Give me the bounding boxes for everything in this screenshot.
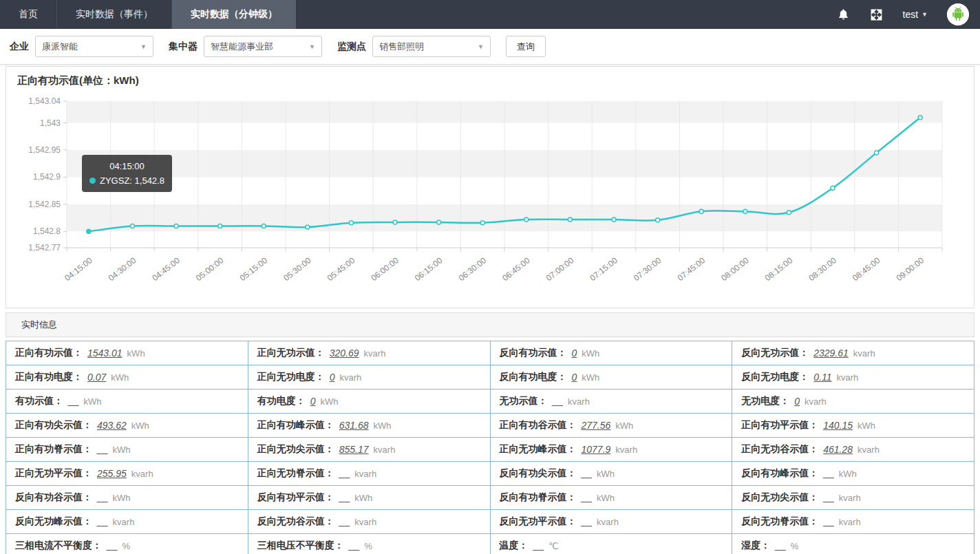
- cell-label: 反向有功平示值：: [257, 491, 334, 504]
- company-label: 企业: [10, 41, 29, 53]
- cell-value: 855.17: [339, 444, 369, 455]
- nav-tabs: 首页实时数据（事件）实时数据（分钟级）: [0, 0, 296, 29]
- chevron-down-icon: ▼: [922, 11, 928, 18]
- cell-value: __: [775, 540, 786, 551]
- table-cell: 正向有功平示值：140.15kWh: [732, 414, 974, 438]
- table-cell: 有功示值：__kWh: [6, 390, 248, 414]
- avatar[interactable]: [947, 3, 969, 25]
- svg-text:06:45:00: 06:45:00: [500, 255, 532, 283]
- table-cell: 三相电压不平衡度：__%: [248, 534, 491, 554]
- cell-label: 反向有功脊示值：: [500, 491, 577, 504]
- cell-value: __: [349, 540, 360, 551]
- table-cell: 正向有功脊示值：__kWh: [6, 438, 248, 462]
- realtime-table: 正向有功示值：1543.01kWh正向无功示值：320.69kvarh反向有功示…: [6, 341, 974, 554]
- cell-unit: kvarh: [340, 372, 362, 383]
- concentrator-select[interactable]: 智慧能源事业部 ▼: [204, 36, 322, 57]
- navbar-right: test ▼: [837, 0, 980, 29]
- cell-value: 0.07: [87, 372, 106, 383]
- table-cell: 反向有功电度：0kWh: [491, 365, 733, 390]
- table-cell: 反向无功脊示值：__kvarh: [732, 510, 974, 534]
- concentrator-select-value: 智慧能源事业部: [211, 41, 273, 53]
- cell-label: 正向无功谷示值：: [741, 443, 818, 456]
- cell-value: __: [582, 492, 593, 503]
- cell-unit: kvarh: [374, 445, 396, 455]
- cell-unit: kWh: [131, 420, 149, 431]
- table-cell: 无功示值：__kvarh: [491, 390, 733, 414]
- table-cell: 反向无功谷示值：__kvarh: [248, 510, 491, 534]
- nav-tab-2[interactable]: 实时数据（分钟级）: [171, 0, 296, 29]
- line-chart[interactable]: 1,542.771,542.81,542.851,542.91,542.951,…: [6, 89, 974, 295]
- cell-unit: kvarh: [597, 517, 619, 527]
- cell-label: 正向有功示值：: [15, 347, 83, 359]
- user-menu[interactable]: test ▼: [903, 9, 928, 20]
- table-cell: 正向有功谷示值：277.56kWh: [491, 414, 733, 438]
- cell-unit: kvarh: [839, 517, 861, 527]
- fullscreen-icon[interactable]: [870, 8, 884, 21]
- cell-value: 140.15: [823, 420, 853, 431]
- table-cell: 正向无功脊示值：__kvarh: [248, 462, 491, 486]
- svg-text:07:45:00: 07:45:00: [676, 255, 707, 283]
- cell-value: __: [339, 492, 350, 503]
- cell-unit: kWh: [321, 396, 339, 407]
- svg-text:06:15:00: 06:15:00: [413, 255, 445, 283]
- cell-label: 正向有功平示值：: [741, 419, 818, 432]
- point-select-value: 销售部照明: [379, 41, 424, 53]
- svg-text:04:15:00: 04:15:00: [63, 255, 94, 283]
- query-button[interactable]: 查询: [506, 36, 546, 57]
- cell-unit: kWh: [374, 420, 392, 431]
- cell-label: 有功电度：: [257, 395, 306, 407]
- cell-label: 无功示值：: [500, 395, 548, 407]
- svg-text:07:00:00: 07:00:00: [544, 255, 576, 283]
- cell-value: __: [107, 540, 118, 551]
- cell-label: 反向无功平示值：: [500, 515, 577, 528]
- concentrator-filter: 集中器 智慧能源事业部 ▼: [169, 36, 322, 57]
- table-cell: 正向有功峰示值：631.68kWh: [248, 414, 491, 438]
- cell-unit: kvarh: [364, 348, 386, 359]
- table-cell: 反向无功示值：2329.61kvarh: [732, 341, 974, 365]
- cell-value: __: [533, 540, 544, 551]
- cell-unit: kWh: [113, 445, 131, 455]
- cell-label: 正向有功脊示值：: [15, 443, 92, 456]
- cell-unit: kvarh: [615, 445, 637, 455]
- cell-unit: kvarh: [354, 517, 376, 527]
- cell-value: 493.62: [97, 420, 127, 431]
- chart-title: 正向有功示值(单位：kWh): [6, 67, 974, 87]
- cell-label: 反向无功尖示值：: [741, 491, 818, 504]
- svg-text:06:30:00: 06:30:00: [457, 255, 489, 283]
- cell-label: 正向无功尖示值：: [257, 443, 334, 456]
- cell-unit: kvarh: [568, 396, 590, 407]
- cell-unit: kvarh: [805, 396, 827, 407]
- cell-value: __: [97, 492, 108, 503]
- table-cell: 正向无功尖示值：855.17kvarh: [248, 438, 491, 462]
- table-cell: 正向无功平示值：255.95kvarh: [6, 462, 248, 486]
- cell-label: 无功电度：: [741, 395, 789, 407]
- svg-text:07:30:00: 07:30:00: [632, 255, 663, 283]
- cell-value: 631.68: [339, 420, 369, 431]
- bell-icon[interactable]: [837, 8, 851, 21]
- cell-label: 正向无功脊示值：: [257, 467, 334, 480]
- cell-value: __: [97, 516, 108, 527]
- chart-panel: 正向有功示值(单位：kWh) 1,542.771,542.81,542.851,…: [6, 66, 974, 308]
- cell-unit: kWh: [839, 469, 857, 479]
- table-cell: 反向有功尖示值：__kWh: [491, 462, 733, 486]
- point-select[interactable]: 销售部照明 ▼: [372, 36, 491, 57]
- svg-text:09:00:00: 09:00:00: [895, 255, 926, 283]
- table-cell: 正向有功尖示值：493.62kWh: [6, 414, 248, 438]
- company-select[interactable]: 康派智能 ▼: [35, 36, 153, 57]
- nav-tab-1[interactable]: 实时数据（事件）: [56, 0, 171, 29]
- cell-label: 温度：: [500, 540, 529, 552]
- cell-unit: kvarh: [858, 445, 880, 455]
- table-cell: 反向无功平示值：__kvarh: [491, 510, 733, 534]
- cell-label: 有功示值：: [15, 395, 63, 407]
- cell-label: 正向有功峰示值：: [257, 419, 334, 432]
- table-cell: 反向无功电度：0.11kvarh: [732, 365, 974, 390]
- cell-label: 正向无功平示值：: [15, 467, 92, 480]
- cell-unit: kWh: [84, 396, 102, 407]
- cell-value: __: [553, 396, 564, 407]
- nav-tab-0[interactable]: 首页: [0, 0, 56, 29]
- table-cell: 有功电度：0kWh: [248, 390, 491, 414]
- svg-text:05:00:00: 05:00:00: [194, 255, 226, 283]
- cell-label: 正向无功示值：: [257, 347, 325, 359]
- cell-value: 461.28: [823, 444, 853, 455]
- cell-value: __: [339, 468, 350, 479]
